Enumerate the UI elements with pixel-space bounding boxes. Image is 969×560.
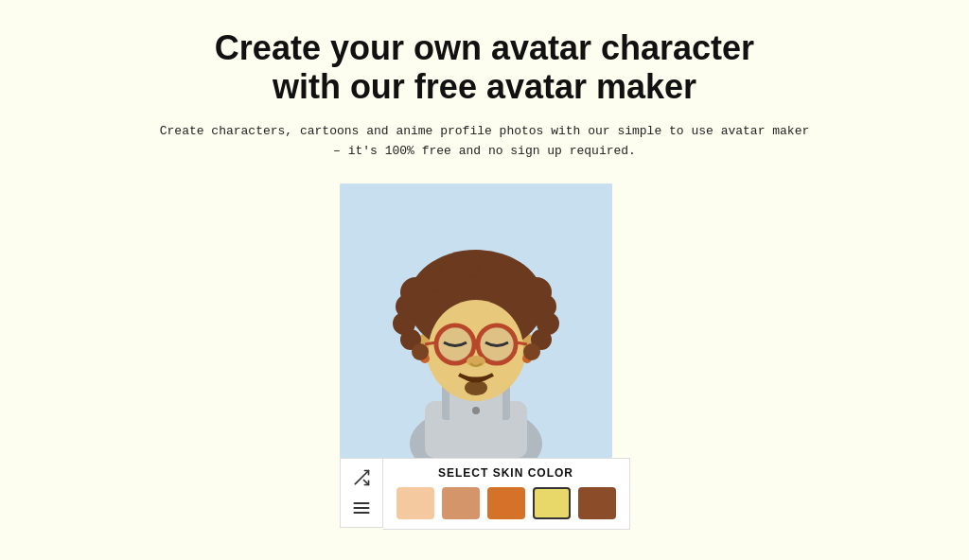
skin-swatch-orange[interactable] (487, 487, 525, 519)
skin-swatch-brown[interactable] (578, 487, 616, 519)
avatar-svg (340, 184, 612, 458)
skin-swatch-yellow[interactable] (533, 487, 571, 519)
menu-button[interactable] (348, 495, 375, 521)
svg-point-29 (523, 343, 540, 360)
skin-swatch-tan[interactable] (442, 487, 480, 519)
svg-point-39 (465, 380, 487, 395)
skin-swatch-light[interactable] (396, 487, 434, 519)
avatar-frame (340, 184, 612, 458)
avatar-container: SELECT SKIN COLOR (340, 184, 630, 530)
svg-line-36 (425, 342, 436, 344)
page-title: Create your own avatar character with ou… (215, 28, 754, 107)
icon-buttons (340, 458, 383, 528)
page-subtitle: Create characters, cartoons and anime pr… (153, 122, 816, 162)
svg-point-6 (472, 407, 480, 414)
skin-swatches (396, 487, 616, 519)
svg-point-28 (412, 343, 429, 360)
controls-row: SELECT SKIN COLOR (340, 458, 630, 530)
skin-color-label: SELECT SKIN COLOR (396, 466, 616, 480)
shuffle-button[interactable] (348, 464, 375, 491)
skin-panel: SELECT SKIN COLOR (383, 458, 630, 530)
svg-line-37 (516, 342, 527, 344)
svg-point-27 (509, 273, 534, 298)
